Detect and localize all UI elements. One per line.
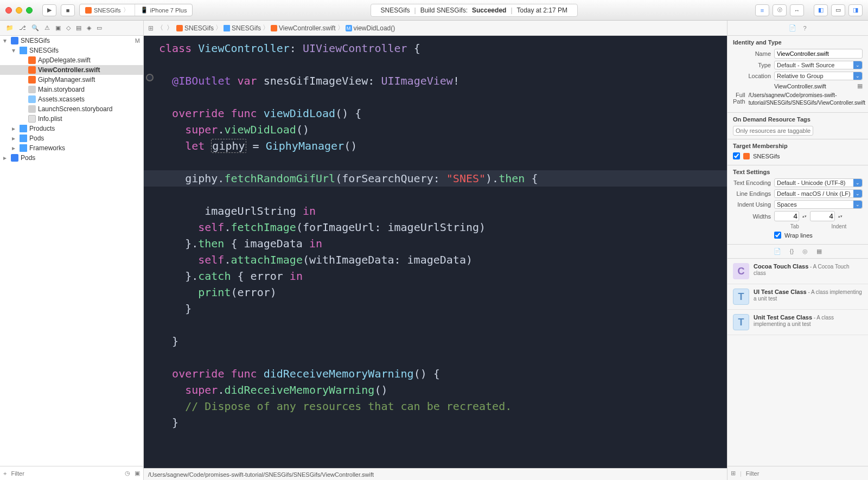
template-icon: C [733, 263, 749, 279]
indent-using-select[interactable]: Spaces⌄ [774, 200, 863, 209]
tab-width-field[interactable] [774, 211, 799, 221]
find-navigator-icon[interactable]: ⚠ [43, 23, 52, 33]
wrap-lines-label: Wrap lines [784, 232, 813, 239]
target-name: SNESGifs [753, 153, 780, 159]
library-item[interactable]: CCocoa Touch Class - A Cocoa Touch class [727, 259, 868, 284]
project-navigator: ▾SNESGifsM▾SNESGifsAppDelegate.swiftView… [0, 36, 144, 480]
nav-item[interactable]: AppDelegate.swift [0, 55, 143, 65]
breadcrumb-method[interactable]: viewDidLoad() [354, 24, 395, 32]
nav-item[interactable]: Info.plist [0, 114, 143, 124]
library-view-mode-icon[interactable]: ⊞ [731, 470, 736, 477]
iboutlet-connection-icon[interactable] [146, 74, 154, 81]
nav-forward-icon[interactable]: 〉 [167, 23, 173, 33]
encoding-select[interactable]: Default - Unicode (UTF-8)⌄ [774, 178, 863, 187]
app-icon [85, 7, 92, 14]
name-label: Name [733, 50, 771, 57]
breadcrumb-folder[interactable]: SNESGifs [232, 24, 261, 32]
scm-filter-icon[interactable]: ▣ [135, 470, 140, 477]
project-navigator-icon[interactable]: 📁 [4, 23, 15, 33]
media-tab-icon[interactable]: ▦ [816, 248, 822, 255]
zoom-icon[interactable] [26, 7, 33, 14]
editor-assistant-button[interactable]: ⦾ [773, 4, 787, 16]
source-editor: class ViewController: UIViewController {… [144, 36, 727, 480]
toggle-navigator-button[interactable]: ◧ [814, 4, 828, 16]
inspector-panel: Identity and Type Name TypeDefault - Swi… [727, 36, 868, 480]
stop-button[interactable]: ■ [61, 4, 75, 16]
navigator-filter-input[interactable] [11, 470, 120, 477]
status-result: Succeeded [472, 7, 506, 14]
run-button[interactable]: ▶ [42, 4, 56, 16]
debug-navigator-icon[interactable]: ▤ [74, 23, 83, 33]
nav-item[interactable]: Assets.xcassets [0, 94, 143, 104]
editor-version-button[interactable]: ↔ [790, 4, 804, 16]
indent-width-stepper[interactable]: ▴▾ [838, 215, 843, 218]
scheme-device-label: iPhone 7 Plus [150, 7, 187, 14]
toggle-inspector-button[interactable]: ◨ [848, 4, 863, 16]
nav-item[interactable]: ▸Frameworks [0, 143, 143, 153]
breakpoint-navigator-icon[interactable]: ◈ [85, 23, 93, 33]
library-item[interactable]: TUI Test Case Class - A class implementi… [727, 284, 868, 310]
minimize-icon[interactable] [16, 7, 22, 14]
target-membership-checkbox[interactable] [733, 152, 740, 159]
file-inspector-icon[interactable]: 📄 [789, 24, 796, 31]
add-button[interactable]: + [3, 470, 7, 477]
test-navigator-icon[interactable]: ◇ [65, 23, 72, 33]
nav-back-icon[interactable]: 〈 [157, 23, 163, 33]
nav-item[interactable]: GiphyManager.swift [0, 75, 143, 85]
status-project: SNESGifs [381, 7, 410, 14]
library-filter-input[interactable] [746, 470, 865, 477]
nav-root[interactable]: ▾SNESGifsM [0, 36, 143, 46]
source-control-navigator-icon[interactable]: ⎇ [17, 23, 28, 33]
nav-item[interactable]: ▸Pods [0, 133, 143, 143]
nav-item[interactable]: ViewController.swift [0, 65, 143, 75]
tab-width-stepper[interactable]: ▴▾ [802, 215, 807, 218]
breadcrumb-project[interactable]: SNESGifs [184, 24, 214, 32]
wrap-lines-checkbox[interactable] [774, 232, 781, 239]
indent-width-field[interactable] [810, 211, 835, 221]
choose-location-icon[interactable]: ▦ [857, 82, 863, 89]
code-snippets-tab-icon[interactable]: {} [790, 248, 794, 255]
line-endings-label: Line Endings [733, 190, 771, 197]
type-select[interactable]: Default - Swift Source⌄ [774, 61, 863, 69]
recent-filter-icon[interactable]: ◷ [125, 470, 130, 477]
template-icon: T [733, 289, 749, 305]
type-label: Type [733, 62, 771, 68]
scheme-selector[interactable]: SNESGifs 〉 📱iPhone 7 Plus [79, 4, 193, 16]
swift-file-icon [271, 25, 277, 31]
nav-item[interactable]: LaunchScreen.storyboard [0, 104, 143, 114]
activity-status: SNESGifs | Build SNESGifs: Succeeded | T… [371, 4, 578, 17]
template-icon: T [733, 314, 749, 330]
editor-path-bar: /Users/sagnew/Code/promises-swift-tutori… [144, 468, 727, 480]
nav-item[interactable]: ▸Pods [0, 153, 143, 163]
nav-item[interactable]: ▸Products [0, 124, 143, 133]
related-items-icon[interactable]: ⊞ [148, 24, 154, 32]
navigator-selector-bar: 📁 ⎇ 🔍 ⚠ ▣ ◇ ▤ ◈ ▭ [0, 21, 144, 35]
library-item[interactable]: TUnit Test Case Class - A class implemen… [727, 310, 868, 335]
line-endings-select[interactable]: Default - macOS / Unix (LF)⌄ [774, 189, 863, 198]
name-field[interactable] [774, 49, 863, 59]
nav-item[interactable]: Main.storyboard [0, 85, 143, 94]
ondemand-tags-field [733, 126, 813, 136]
file-templates-tab-icon[interactable]: 📄 [774, 248, 781, 255]
issue-navigator-icon[interactable]: ▣ [54, 23, 62, 33]
nav-item[interactable]: ▾SNESGifs [0, 46, 143, 55]
fullpath-value: /Users/sagnew/Code/promises-swift-tutori… [749, 92, 865, 107]
report-navigator-icon[interactable]: ▭ [95, 23, 104, 33]
breadcrumb-file[interactable]: ViewController.swift [279, 24, 335, 32]
scheme-app-label: SNESGifs [94, 7, 121, 14]
text-settings-header: Text Settings [733, 169, 863, 175]
inspector-selector-bar: 📄 ? [727, 21, 868, 35]
location-select[interactable]: Relative to Group⌄ [774, 72, 863, 80]
editor-standard-button[interactable]: ≡ [755, 4, 769, 16]
objects-tab-icon[interactable]: ◎ [802, 248, 808, 255]
titlebar: ▶ ■ SNESGifs 〉 📱iPhone 7 Plus SNESGifs |… [0, 0, 868, 21]
code-view[interactable]: class ViewController: UIViewController {… [144, 36, 727, 468]
symbol-navigator-icon[interactable]: 🔍 [30, 23, 41, 33]
device-icon: 📱 [141, 7, 148, 14]
close-icon[interactable] [5, 7, 12, 14]
fullpath-label: Full Path [733, 92, 745, 105]
breadcrumb[interactable]: SNESGifs〉 SNESGifs〉 ViewController.swift… [176, 23, 395, 33]
app-icon [743, 153, 750, 159]
toggle-debug-area-button[interactable]: ▭ [831, 4, 845, 16]
quick-help-icon[interactable]: ? [803, 25, 806, 31]
